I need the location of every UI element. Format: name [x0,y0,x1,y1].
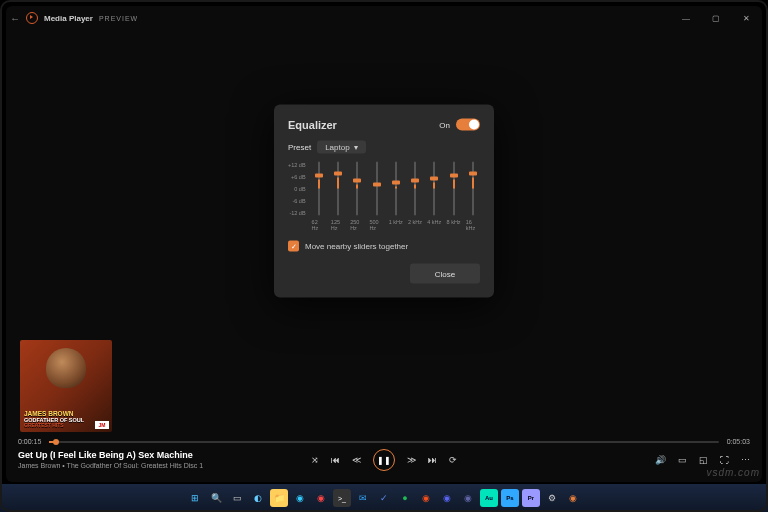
chrome-icon[interactable]: ◉ [312,489,330,507]
eq-slider[interactable] [395,162,397,216]
eq-band-label: 8 kHz [447,219,461,225]
prev-button[interactable]: ⏮ [331,455,340,465]
settings-icon[interactable]: ⚙ [543,489,561,507]
edge-icon[interactable]: ◉ [291,489,309,507]
time-elapsed: 0:00:15 [18,438,41,445]
app-name: Media Player [44,14,93,23]
au-icon[interactable]: Au [480,489,498,507]
next-button[interactable]: ⏭ [428,455,437,465]
watermark: vsdm.com [706,467,760,478]
pr-icon[interactable]: Pr [522,489,540,507]
eq-band-label: 500 Hz [369,219,383,231]
more-button[interactable]: ⋯ [741,455,750,465]
discord-icon[interactable]: ◉ [438,489,456,507]
cast-button[interactable]: ▭ [678,455,687,465]
preset-label: Preset [288,143,311,152]
preview-badge: PREVIEW [99,15,138,22]
forward-button[interactable]: ≫ [407,455,416,465]
eq-slider[interactable] [318,162,320,216]
todo-icon[interactable]: ✓ [375,489,393,507]
play-pause-button[interactable]: ❚❚ [373,449,395,471]
eq-slider[interactable] [337,162,339,216]
track-artist: James Brown • The Godfather Of Soul: Gre… [18,461,203,470]
eq-band-label: 62 Hz [312,219,326,231]
app-window: ← Media Player PREVIEW — ▢ ✕ JAMES BROWN… [6,6,762,482]
close-window-button[interactable]: ✕ [734,14,758,23]
album-logo: JM [95,421,109,429]
taskview-icon[interactable]: ▭ [228,489,246,507]
eq-band-label: 1 kHz [389,219,403,225]
back-button[interactable]: ← [10,13,20,24]
search-icon[interactable]: 🔍 [207,489,225,507]
eq-band-label: 250 Hz [350,219,364,231]
eq-slider[interactable] [376,162,378,216]
move-sliders-checkbox[interactable]: ✓ [288,241,299,252]
repeat-button[interactable]: ⟳ [449,455,457,465]
teams-icon[interactable]: ◉ [459,489,477,507]
start-button[interactable]: ⊞ [186,489,204,507]
close-button[interactable]: Close [410,264,480,284]
chevron-down-icon: ▾ [354,143,358,152]
content-area: JAMES BROWN GODFATHER OF SOUL GREATEST H… [6,30,762,438]
eq-band-label: 125 Hz [331,219,345,231]
album-art: JAMES BROWN GODFATHER OF SOUL GREATEST H… [20,340,112,432]
equalizer-dialog: Equalizer On Preset Laptop▾ +12 dB+6 dB0… [274,105,494,298]
fullscreen-button[interactable]: ⛶ [720,455,729,465]
equalizer-toggle[interactable] [456,119,480,131]
shuffle-button[interactable]: ⤨ [311,455,319,465]
rewind-button[interactable]: ≪ [352,455,361,465]
eq-band-label: 2 kHz [408,219,422,225]
preset-select[interactable]: Laptop▾ [317,141,365,154]
titlebar: ← Media Player PREVIEW — ▢ ✕ [6,6,762,30]
spotify-icon[interactable]: ● [396,489,414,507]
media-icon[interactable]: ◉ [564,489,582,507]
eq-slider[interactable] [453,162,455,216]
miniplayer-button[interactable]: ◱ [699,455,708,465]
figma-icon[interactable]: ◉ [417,489,435,507]
eq-scale: +12 dB+6 dB0 dB-6 dB-12 dB [288,162,308,216]
explorer-icon[interactable]: 📁 [270,489,288,507]
toggle-label: On [439,120,450,129]
player-controls: 0:00:15 0:05:03 Get Up (I Feel Like Bein… [6,438,762,482]
app-icon [26,12,38,24]
eq-bands: 62 Hz125 Hz250 Hz500 Hz1 kHz2 kHz4 kHz8 … [312,162,480,231]
dialog-title: Equalizer [288,119,337,131]
eq-band-label: 4 kHz [427,219,441,225]
move-sliders-label: Move nearby sliders together [305,242,408,251]
track-title: Get Up (I Feel Like Being A) Sex Machine [18,450,203,462]
maximize-button[interactable]: ▢ [704,14,728,23]
volume-button[interactable]: 🔊 [655,455,666,465]
eq-band-label: 16 kHz [466,219,480,231]
eq-slider[interactable] [414,162,416,216]
minimize-button[interactable]: — [674,14,698,23]
taskbar: ⊞ 🔍 ▭ ◐ 📁 ◉ ◉ >_ ✉ ✓ ● ◉ ◉ ◉ Au Ps Pr ⚙ … [0,484,768,512]
mail-icon[interactable]: ✉ [354,489,372,507]
terminal-icon[interactable]: >_ [333,489,351,507]
seek-bar[interactable] [49,441,718,443]
ps-icon[interactable]: Ps [501,489,519,507]
eq-slider[interactable] [472,162,474,216]
eq-slider[interactable] [356,162,358,216]
eq-slider[interactable] [433,162,435,216]
widgets-icon[interactable]: ◐ [249,489,267,507]
time-total: 0:05:03 [727,438,750,445]
